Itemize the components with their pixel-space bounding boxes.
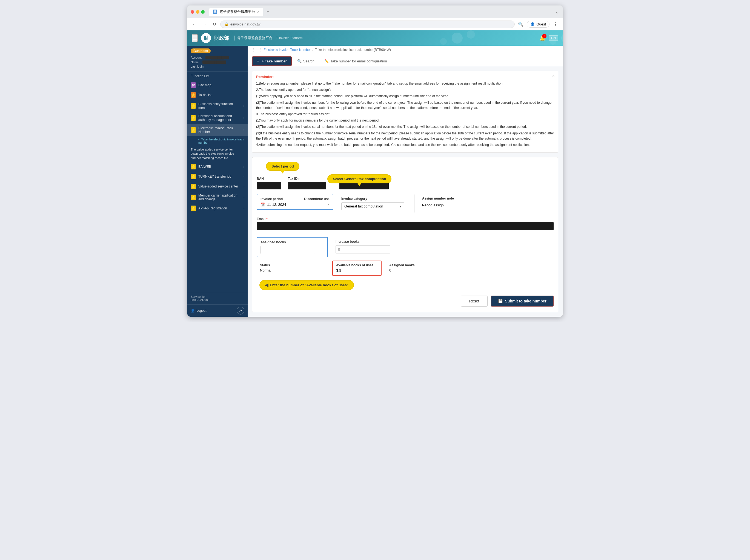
reminder-line-8: (3)If the business entity needs to chang… [256, 131, 554, 141]
reminder-line-5: 3.The business entity approved for "peri… [256, 112, 554, 117]
sidebar-sub-valueadded[interactable]: The value-added service center downloads… [188, 146, 248, 162]
new-tab-btn[interactable]: + [267, 9, 269, 14]
close-dot[interactable] [191, 10, 194, 14]
business-badge: Business [191, 48, 211, 54]
sidebar-item-membercarrier[interactable]: ⭐ Member carrier application and change … [188, 191, 248, 203]
status-row: Status Normal ◀ Enter the number of "Ava… [257, 261, 554, 276]
browser-dots [191, 10, 204, 14]
browser-titlebar: 電 電子發票整合服務平台 × + ⌄ [188, 5, 562, 18]
take-number-tab[interactable]: + + Take number [252, 56, 292, 66]
sidebar-item-todolist[interactable]: ⭐ To-do list [188, 90, 248, 100]
sidebar-item-api[interactable]: ⭐ API-ApiRegistration › [188, 203, 248, 213]
available-books-label: Available books of uses [336, 263, 378, 267]
assigned-books-label: Assigned books [260, 240, 324, 244]
email-input-redacted[interactable] [257, 222, 554, 230]
invoice-cat-box: Invoice category General tax computation… [338, 194, 414, 213]
home-btn[interactable]: ↗ [237, 307, 244, 314]
refresh-btn[interactable]: ↻ [210, 20, 218, 28]
submit-label: Submit to take number [505, 299, 547, 303]
app-header: ☰ 財 財政部 電子發票整合服務平台 E-Invoice Platform 🔔 … [188, 30, 562, 46]
hamburger-btn[interactable]: ☰ [192, 34, 198, 42]
minimize-dot[interactable] [196, 10, 199, 14]
tab-close-btn[interactable]: × [257, 9, 259, 14]
increase-books-label: Increase books [336, 240, 390, 244]
reminder-line-2: 2.The business entity approved for "annu… [256, 87, 554, 92]
search-btn[interactable]: 🔍 [517, 20, 525, 28]
reminder-title: Reminder: [256, 75, 554, 79]
turnkey-icon: ⭐ [191, 174, 196, 179]
back-btn[interactable]: ← [191, 20, 198, 28]
breadcrumb-sep: / [313, 48, 313, 52]
assigned-books-right-value: 0 [389, 268, 432, 272]
assigned-books-right: Assigned books 0 [386, 261, 435, 275]
sidebar-item-turnkey[interactable]: ⭐ TURNKEY transfer job › [188, 172, 248, 182]
invoice-cat-select-wrapper[interactable]: General tax computation Special tax comp… [341, 202, 404, 210]
available-books-box: Available books of uses 14 [332, 261, 381, 276]
sitemap-label: Site map [198, 83, 211, 87]
membercarrier-arrow: › [243, 196, 244, 199]
forward-btn[interactable]: → [200, 20, 208, 28]
window-menu-icon[interactable]: ⌄ [555, 9, 559, 15]
breadcrumb-separator-icon: ⋮⋮⋮ [252, 48, 262, 52]
sidebar-sub-takenumber[interactable]: • Take the electronic invoice track numb… [188, 136, 248, 146]
valueadded-icon: ⭐ [191, 184, 196, 189]
more-btn[interactable]: ⋮ [552, 20, 559, 28]
period-row: Invoice period Discontinue use 📅 11-12, … [257, 194, 554, 213]
valueadded-arrow: › [243, 185, 244, 188]
ban-value [257, 182, 281, 189]
eaiweb-arrow: › [243, 165, 244, 168]
turnkey-label: TURNKEY transfer job [198, 174, 232, 179]
personnel-icon: ⭐ [191, 115, 196, 121]
increase-books-input[interactable] [336, 245, 390, 253]
sidebar-item-bizfunction[interactable]: ⭐ Business entity function menu › [188, 100, 248, 112]
period-clear-btn[interactable]: × [327, 203, 330, 207]
collapse-icon[interactable]: − [242, 74, 244, 78]
invoice-period-input-row: 📅 11-12, 2024 × [260, 203, 330, 207]
email-config-label: Take number for email configuration [330, 59, 387, 63]
notification-icon[interactable]: 🔔 0 [539, 35, 546, 41]
reminder-close-btn[interactable]: × [552, 74, 555, 79]
available-books-value: 14 [336, 268, 378, 273]
sidebar-item-einvoice[interactable]: ⭐ Electronic Invoice Track Number › [188, 124, 248, 136]
reminder-line-3: (1)When applying, you only need to fill … [256, 94, 554, 99]
reminder-line-4: (2)The platform will assign the invoice … [256, 100, 554, 110]
address-bar[interactable]: 🔒 einvoice.nat.gov.tw [220, 21, 515, 28]
ban-label: BAN [257, 177, 281, 181]
app-subtitle-text: 電子發票整合服務平台 [237, 36, 273, 40]
ban-group: BAN [257, 177, 281, 189]
assign-note-box: Assign number note Period assign [419, 194, 479, 210]
sidebar-item-personnel[interactable]: ⭐ Personnel account and authority manage… [188, 112, 248, 124]
submit-btn[interactable]: 💾 Submit to take number [491, 296, 554, 307]
invoice-period-box: Invoice period Discontinue use 📅 11-12, … [257, 194, 333, 210]
search-tab[interactable]: 🔍 Search [293, 56, 319, 66]
logout-btn[interactable]: 👤 Logout [191, 309, 206, 313]
last-login-line: Last login [191, 65, 244, 68]
reset-btn[interactable]: Reset [461, 296, 488, 307]
tab-favicon: 電 [213, 9, 217, 14]
breadcrumb-root[interactable]: Electronic Invoice Track Number [263, 48, 311, 52]
assigned-books-input[interactable] [260, 246, 315, 254]
content-area: ⋮⋮⋮ Electronic Invoice Track Number / Ta… [248, 46, 562, 317]
assigned-books-box: Assigned books [257, 237, 328, 257]
header-icons: 🔔 0 EN [539, 35, 558, 41]
sidebar-item-valueadded[interactable]: ⭐ Value-added service center › [188, 182, 248, 191]
breadcrumb: ⋮⋮⋮ Electronic Invoice Track Number / Ta… [248, 46, 562, 54]
membercarrier-label: Member carrier application and change [198, 193, 241, 201]
callout-tax-arrow [357, 183, 361, 186]
email-row: Email [257, 217, 554, 230]
notification-badge: 0 [542, 34, 547, 38]
einvoice-label: Electronic Invoice Track Number [198, 126, 241, 134]
app-subtitle: 電子發票整合服務平台 E-Invoice Platform [235, 36, 303, 41]
guest-btn[interactable]: 👤 Guest [527, 21, 550, 28]
invoice-period-header: Invoice period Discontinue use [260, 197, 330, 201]
maximize-dot[interactable] [201, 10, 204, 14]
increase-books-box: Increase books [332, 237, 394, 256]
browser-tab[interactable]: 電 電子發票整合服務平台 × [209, 8, 263, 16]
tab-title: 電子發票整合服務平台 [219, 9, 255, 14]
take-number-label: + Take number [262, 59, 287, 63]
lang-btn[interactable]: EN [549, 35, 558, 41]
invoice-cat-select[interactable]: General tax computation Special tax comp… [341, 202, 404, 210]
sidebar-item-sitemap[interactable]: 🗺 Site map [188, 80, 248, 90]
email-config-tab[interactable]: ✏️ Take number for email configuration [320, 56, 391, 66]
sidebar-item-eaiweb[interactable]: ⭐ EAIWEB › [188, 162, 248, 172]
